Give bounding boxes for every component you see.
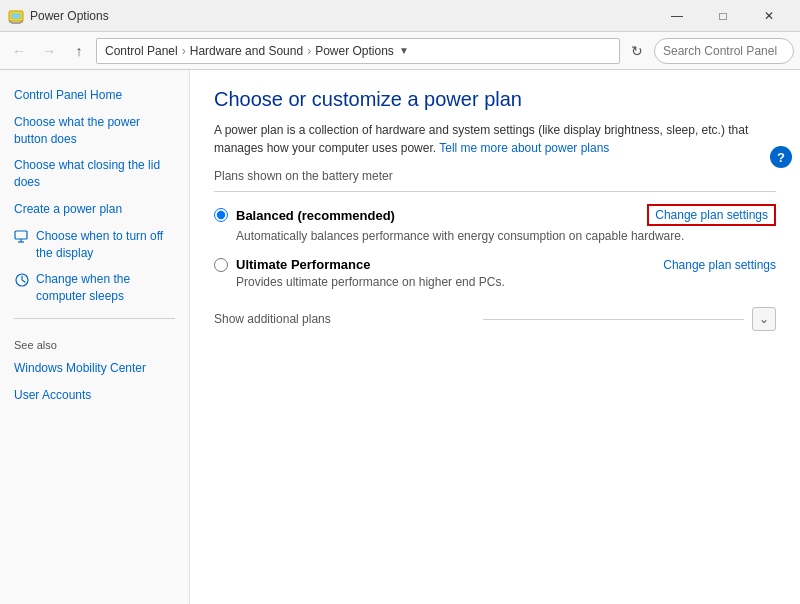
close-button[interactable]: ✕ [746, 0, 792, 32]
additional-divider-line [483, 319, 744, 320]
ultimate-plan: Ultimate Performance Change plan setting… [214, 257, 776, 289]
sidebar-item-turn-off-display[interactable]: Choose when to turn off the display [0, 223, 189, 267]
sidebar-item-mobility-center[interactable]: Windows Mobility Center [0, 355, 189, 382]
display-icon [14, 229, 30, 245]
up-button[interactable]: ↑ [66, 38, 92, 64]
ultimate-radio[interactable] [214, 258, 228, 272]
balanced-plan-name: Balanced (recommended) [236, 208, 395, 223]
breadcrumb-1: Control Panel [105, 44, 178, 58]
plans-label: Plans shown on the battery meter [214, 169, 776, 183]
expand-plans-button[interactable]: ⌄ [752, 307, 776, 331]
app-icon [8, 8, 24, 24]
ultimate-change-settings-link[interactable]: Change plan settings [663, 258, 776, 272]
breadcrumb-2: Hardware and Sound [190, 44, 303, 58]
forward-button[interactable]: → [36, 38, 62, 64]
window-title: Power Options [30, 9, 654, 23]
sidebar-item-user-accounts[interactable]: User Accounts [0, 382, 189, 409]
back-button[interactable]: ← [6, 38, 32, 64]
see-also-label: See also [0, 327, 189, 355]
content-area: Choose or customize a power plan A power… [190, 70, 800, 349]
sidebar-divider [14, 318, 175, 319]
learn-more-link[interactable]: Tell me more about power plans [439, 141, 609, 155]
svg-rect-1 [11, 13, 21, 19]
sidebar-item-power-button[interactable]: Choose what the power button does [0, 109, 189, 153]
show-additional-label: Show additional plans [214, 312, 475, 326]
sidebar-item-create-power-plan[interactable]: Create a power plan [0, 196, 189, 223]
sidebar-item-closing-lid[interactable]: Choose what closing the lid does [0, 152, 189, 196]
svg-rect-5 [15, 231, 27, 239]
sleep-icon [14, 272, 30, 288]
plans-divider [214, 191, 776, 192]
sidebar-item-computer-sleeps[interactable]: Change when the computer sleeps [0, 266, 189, 310]
balanced-change-settings-link[interactable]: Change plan settings [647, 204, 776, 226]
refresh-button[interactable]: ↻ [624, 38, 650, 64]
titlebar: Power Options — □ ✕ [0, 0, 800, 32]
balanced-plan-header: Balanced (recommended) Change plan setti… [214, 204, 776, 226]
page-title: Choose or customize a power plan [214, 88, 776, 111]
ultimate-plan-header: Ultimate Performance Change plan setting… [214, 257, 776, 272]
balanced-plan: Balanced (recommended) Change plan setti… [214, 204, 776, 243]
main-layout: Control Panel Home Choose what the power… [0, 70, 800, 604]
ultimate-plan-name: Ultimate Performance [236, 257, 370, 272]
ultimate-plan-desc: Provides ultimate performance on higher … [236, 275, 776, 289]
help-button[interactable]: ? [770, 146, 792, 168]
sidebar: Control Panel Home Choose what the power… [0, 70, 190, 604]
content-description: A power plan is a collection of hardware… [214, 121, 776, 157]
address-box[interactable]: Control Panel › Hardware and Sound › Pow… [96, 38, 620, 64]
address-dropdown-button[interactable]: ▼ [394, 38, 414, 64]
addressbar: ← → ↑ Control Panel › Hardware and Sound… [0, 32, 800, 70]
minimize-button[interactable]: — [654, 0, 700, 32]
balanced-plan-left: Balanced (recommended) [214, 208, 395, 223]
ultimate-plan-left: Ultimate Performance [214, 257, 370, 272]
maximize-button[interactable]: □ [700, 0, 746, 32]
balanced-radio[interactable] [214, 208, 228, 222]
window-controls: — □ ✕ [654, 0, 792, 32]
sidebar-item-control-panel-home[interactable]: Control Panel Home [0, 82, 189, 109]
help-icon: ? [777, 150, 785, 165]
breadcrumb-3: Power Options [315, 44, 394, 58]
balanced-plan-desc: Automatically balances performance with … [236, 229, 776, 243]
chevron-down-icon: ⌄ [759, 312, 769, 326]
search-input[interactable] [654, 38, 794, 64]
show-additional-plans[interactable]: Show additional plans ⌄ [214, 307, 776, 331]
